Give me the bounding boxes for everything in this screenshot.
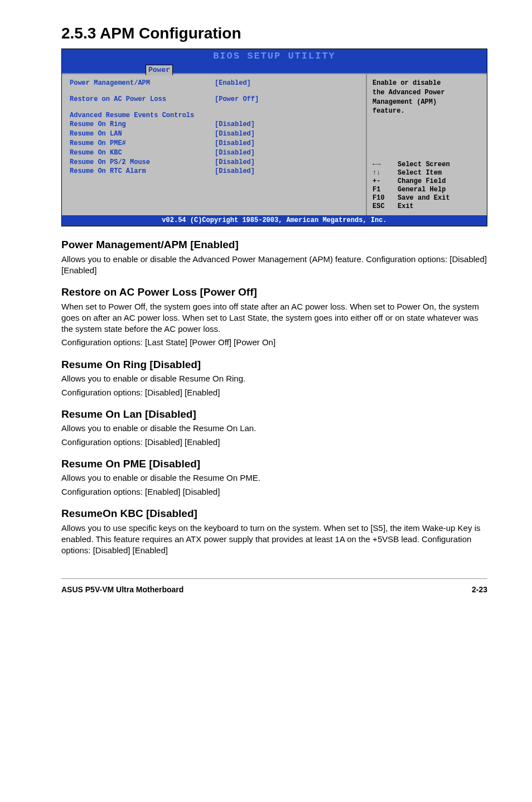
bios-setting-value: [Disabled] [215,129,358,139]
footer-right: 2-23 [472,584,487,596]
body-text: Allows you to enable or disable the Resu… [61,423,487,434]
body-text: Configuration options: [Last State] [Pow… [61,337,487,348]
bios-help-keys: ←→ Select Screen ↑↓ Select Item +- Chang… [373,161,481,211]
bios-setting-row: Resume On Ring [Disabled] [70,120,358,129]
bios-help-key: ←→ [373,161,398,169]
bios-help-row: ←→ Select Screen [373,161,481,169]
bios-footer: v02.54 (C)Copyright 1985-2003, American … [62,215,487,226]
bios-setting-row: Resume On PS/2 Mouse [Disabled] [70,158,358,167]
sub-heading: Power Management/APM [Enabled] [61,238,487,253]
bios-setting-row: Resume On KBC [Disabled] [70,148,358,158]
bios-setting-row: Resume On PME# [Disabled] [70,139,358,148]
section-heading: 2.5.3 APM Configuration [61,22,487,44]
bios-help-desc: Management (APM) [373,98,481,107]
body-text: Configuration options: [Disabled] [Enabl… [61,387,487,398]
bios-help-key: ESC [373,202,398,211]
footer-left: ASUS P5V-VM Ultra Motherboard [61,584,183,596]
bios-tab-bar: Power [62,63,487,73]
bios-body: Power Management/APM [Enabled] Restore o… [62,73,487,215]
bios-subhead: Advanced Resume Events Controls [70,111,358,120]
bios-setting-value: [Enabled] [215,79,358,88]
doc-section: Power Management/APM [Enabled] Allows yo… [61,238,487,276]
bios-help-key: +- [373,177,398,186]
bios-setting-label: Resume On Ring [70,120,215,129]
bios-help-key: F1 [373,186,398,194]
bios-setting-label: Power Management/APM [70,79,215,88]
body-text: Allows you to use specific keys on the k… [61,523,487,557]
bios-setting-label: Restore on AC Power Loss [70,95,215,104]
bios-subhead-text: Advanced Resume Events Controls [70,111,194,120]
bios-help-desc: the Advanced Power [373,88,481,98]
bios-help-text: Exit [398,202,414,211]
body-text: Configuration options: [Disabled] [Enabl… [61,437,487,448]
bios-setting-value: [Disabled] [215,148,358,158]
bios-setting-row: Resume On LAN [Disabled] [70,129,358,139]
bios-help-text: Change Field [398,177,446,186]
doc-section: Resume On Lan [Disabled] Allows you to e… [61,407,487,448]
bios-setting-row: Restore on AC Power Loss [Power Off] [70,95,358,104]
bios-left-panel: Power Management/APM [Enabled] Restore o… [62,74,367,215]
sub-heading: Resume On Lan [Disabled] [61,407,487,422]
body-text: Allows you to enable or disable Resume O… [61,373,487,384]
body-text: Allows you to enable or disable the Adva… [61,254,487,277]
bios-setting-label: Resume On LAN [70,129,215,139]
bios-help-row: ↑↓ Select Item [373,169,481,177]
bios-right-panel: Enable or disable the Advanced Power Man… [367,74,487,215]
bios-setting-label: Resume On KBC [70,148,215,158]
bios-help-desc: Enable or disable [373,79,481,88]
bios-title: BIOS SETUP UTILITY [62,49,487,63]
bios-help-row: F10 Save and Exit [373,194,481,202]
bios-help-key: F10 [373,194,398,202]
bios-help-desc: feature. [373,107,481,116]
bios-help-row: +- Change Field [373,177,481,186]
sub-heading: ResumeOn KBC [Disabled] [61,506,487,521]
bios-help-key: ↑↓ [373,169,398,177]
bios-help-row: ESC Exit [373,202,481,211]
page-footer: ASUS P5V-VM Ultra Motherboard 2-23 [61,578,487,596]
bios-screenshot: BIOS SETUP UTILITY Power Power Managemen… [61,49,487,226]
bios-setting-label: Resume On PME# [70,139,215,148]
bios-setting-value: [Disabled] [215,167,358,176]
body-text: Configuration options: [Enabled] [Disabl… [61,486,487,497]
bios-setting-label: Resume On RTC Alarm [70,167,215,176]
sub-heading: Resume On PME [Disabled] [61,457,487,472]
body-text: Allows you to enable or disable the Resu… [61,472,487,484]
bios-setting-value: [Power Off] [215,95,358,104]
bios-help-text: General Help [398,186,446,194]
body-text: When set to Power Off, the system goes i… [61,301,487,335]
bios-help-text: Save and Exit [398,194,450,202]
bios-help-text: Select Item [398,169,442,177]
bios-setting-value: [Disabled] [215,139,358,148]
doc-section: Restore on AC Power Loss [Power Off] Whe… [61,285,487,349]
sub-heading: Resume On Ring [Disabled] [61,357,487,373]
doc-section: Resume On PME [Disabled] Allows you to e… [61,457,487,497]
bios-setting-label: Resume On PS/2 Mouse [70,158,215,167]
doc-section: Resume On Ring [Disabled] Allows you to … [61,357,487,398]
bios-help-row: F1 General Help [373,186,481,194]
bios-setting-value: [Disabled] [215,120,358,129]
bios-setting-row: Power Management/APM [Enabled] [70,79,358,88]
bios-help-text: Select Screen [398,161,450,169]
doc-section: ResumeOn KBC [Disabled] Allows you to us… [61,506,487,556]
bios-setting-row: Resume On RTC Alarm [Disabled] [70,167,358,176]
sub-heading: Restore on AC Power Loss [Power Off] [61,285,487,300]
bios-setting-value: [Disabled] [215,158,358,167]
